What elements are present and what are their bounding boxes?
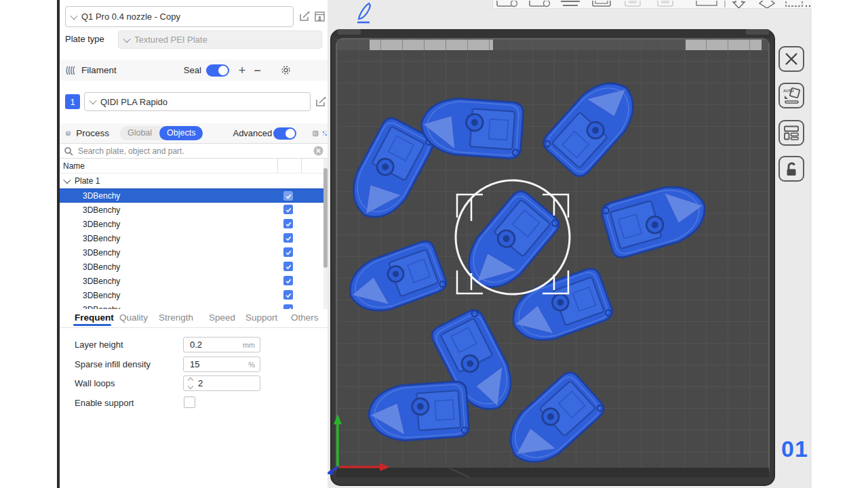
list-item[interactable]: 3DBenchy [60,188,323,203]
filament-section-header: Filament Seal + − [60,60,328,81]
plate-front-lip [336,468,769,477]
tab-support[interactable]: Support [245,312,277,323]
plate-type-value: Textured PEI Plate [134,35,208,45]
lock-button[interactable] [778,156,804,182]
list-item[interactable]: 3DBenchy [60,288,323,302]
layer-height-label: Layer height [75,340,123,350]
process-layers-icon [65,128,71,139]
search-input[interactable] [77,146,310,157]
tree-plate-row[interactable]: Plate 1 [60,174,328,188]
close-icon [783,50,800,68]
process-scope-switch: Global Objects [120,126,203,140]
plate-back-rim [334,30,772,39]
print-checkbox[interactable] [283,304,293,309]
arrange-button[interactable] [778,120,804,146]
filament-slot-badge[interactable]: 1 [65,94,80,109]
list-item[interactable]: 3DBenchy [60,231,323,245]
search-bar [60,143,328,159]
tab-frequent[interactable]: Frequent [75,312,114,323]
column-divider [277,159,278,174]
wall-loops-field [183,375,260,391]
list-item[interactable]: 3DBenchy [60,260,323,274]
list-item[interactable]: 3DBenchy [60,245,323,260]
object-list: 3DBenchy 3DBenchy 3DBenchy 3DBenchy 3DBe… [60,188,323,309]
svg-text:AUTO: AUTO [783,89,794,93]
layer-height-unit: mm [243,341,255,349]
printer-preset-value: Q1 Pro 0.4 nozzle - Copy [81,12,180,22]
filament-icon [65,65,77,76]
scope-objects-button[interactable]: Objects [159,126,203,140]
plate-label: Plate 1 [75,176,100,186]
infill-unit: % [248,361,255,369]
infill-input[interactable] [189,359,232,370]
print-checkbox[interactable] [283,233,293,243]
edit-preset-icon[interactable] [298,10,311,23]
print-checkbox[interactable] [283,191,293,201]
enable-support-label: Enable support [75,398,134,408]
process-title: Process [76,128,109,138]
build-plate-scene[interactable] [328,0,812,488]
preset-manager-icon[interactable] [313,10,326,23]
seal-label: Seal [184,65,201,75]
viewport-3d[interactable]: AUTO 01 [328,0,812,488]
arrange-icon [783,124,800,142]
auto-orient-icon: AUTO [782,86,801,105]
infill-field: % [183,357,260,372]
list-item[interactable]: 3DBenchy [60,203,323,217]
print-checkbox[interactable] [283,247,293,257]
wall-loops-label: Wall loops [75,378,115,388]
search-icon [64,146,73,156]
plate-type-dropdown[interactable]: Textured PEI Plate [118,30,322,49]
column-divider [301,159,302,174]
print-checkbox[interactable] [283,276,293,285]
active-tab-underline [73,324,111,326]
edit-filament-icon[interactable] [315,96,328,108]
advanced-label: Advanced [233,128,272,138]
plate-clip-right [746,29,769,35]
wall-loops-input[interactable] [197,378,240,389]
slicer-window: Q1 Pro 0.4 nozzle - Copy Plate type Text… [0,0,868,488]
auto-orient-button[interactable]: AUTO [778,83,804,108]
unlocked-padlock-icon [783,160,800,178]
print-checkbox[interactable] [283,262,293,271]
seal-toggle[interactable] [206,64,229,77]
tab-speed[interactable]: Speed [209,312,235,323]
remove-filament-button[interactable]: − [254,64,261,77]
plate-number-label[interactable]: 01 [775,436,812,462]
delete-all-button[interactable] [778,46,804,72]
print-checkbox[interactable] [283,290,293,300]
list-item[interactable]: 3DBenchy [60,302,323,309]
plate-clip-left [338,29,361,35]
compare-parameters-icon[interactable] [322,128,328,139]
print-checkbox[interactable] [283,219,293,228]
filament-dropdown[interactable]: QIDI PLA Rapido [84,92,311,111]
filament-title: Filament [81,65,117,75]
advanced-toggle[interactable] [273,127,296,140]
tree-name-header: Name [60,159,328,174]
plate-type-label: Plate type [65,34,104,44]
print-checkbox[interactable] [283,205,293,214]
scope-global-button[interactable]: Global [120,126,159,140]
layer-height-input[interactable] [189,339,232,350]
tree-expand-icon[interactable] [63,176,71,184]
parameter-list-icon[interactable] [313,128,319,139]
filament-value: QIDI PLA Rapido [100,97,167,107]
tab-strength[interactable]: Strength [159,312,193,323]
tab-quality[interactable]: Quality [119,312,148,323]
left-gutter [0,0,57,488]
clear-search-icon[interactable] [313,146,323,156]
process-section-header: Process Global Objects Advanced [60,123,328,143]
printer-preset-dropdown[interactable]: Q1 Pro 0.4 nozzle - Copy [65,6,294,27]
chevron-down-icon [123,35,130,42]
list-item[interactable]: 3DBenchy [60,274,323,288]
chevron-down-icon [89,97,96,104]
wall-loops-stepper[interactable] [189,378,193,388]
tab-others[interactable]: Others [291,312,319,323]
infill-label: Sparse infill density [75,359,151,369]
list-item[interactable]: 3DBenchy [60,217,323,231]
filament-settings-gear-icon[interactable] [280,64,292,76]
layer-height-field: mm [183,337,260,352]
sidebar: Q1 Pro 0.4 nozzle - Copy Plate type Text… [60,0,328,488]
add-filament-button[interactable]: + [239,64,246,77]
enable-support-checkbox[interactable] [184,396,195,408]
